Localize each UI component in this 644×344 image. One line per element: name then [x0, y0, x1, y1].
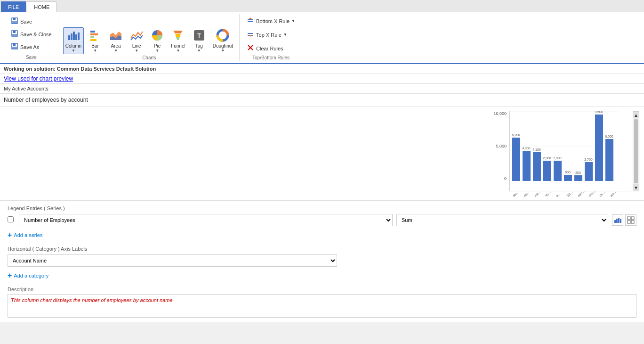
chart-type-line-button[interactable]: Line ▼ [127, 27, 146, 54]
series-column-icon[interactable] [612, 214, 623, 226]
chart-type-column-button[interactable]: Column ▼ [63, 27, 84, 54]
bar-chart-icon [89, 29, 102, 43]
status-bar: Working on solution: Common Data Service… [0, 64, 644, 74]
svg-rect-60 [631, 217, 634, 220]
save-close-icon [11, 30, 18, 39]
svg-text:9,500: 9,500 [595, 111, 603, 114]
top-x-rule-button[interactable]: Top X Rule ▼ [243, 29, 298, 41]
clear-rules-label: Clear Rules [256, 46, 283, 51]
chart-type-bar-button[interactable]: Bar ▼ [86, 27, 105, 54]
svg-text:4,300: 4,300 [522, 147, 531, 150]
chart-and-xaxis: 6,200 4,300 4,100 [509, 111, 632, 196]
description-text: This column chart displays the number of… [8, 294, 636, 318]
series-checkbox[interactable] [8, 216, 15, 224]
svg-text:6,200: 6,200 [512, 133, 520, 137]
ribbon: Save Save & Close Save As Save [0, 12, 644, 64]
save-button[interactable]: Save [8, 16, 55, 27]
add-series-plus-icon: + [8, 231, 12, 239]
save-as-label: Save As [20, 44, 39, 50]
svg-rect-10 [71, 33, 72, 40]
add-category-button[interactable]: + Add a category [8, 270, 636, 282]
bottom-x-rule-button[interactable]: Bottom X Rule ▼ [243, 15, 298, 27]
funnel-dropdown-arrow: ▼ [176, 49, 180, 53]
svg-text:900: 900 [565, 171, 571, 174]
bar-1: 6,200 [512, 133, 520, 181]
area-dropdown-arrow: ▼ [114, 49, 118, 53]
svg-text:2,700: 2,700 [584, 158, 593, 161]
chart-title-bar: Number of employees by account [0, 94, 644, 106]
bar-2: 4,300 [522, 147, 531, 181]
svg-rect-1 [13, 18, 16, 20]
series-field-dropdown[interactable]: Number of Employees [19, 214, 393, 226]
svg-text:2,900: 2,900 [543, 156, 551, 160]
content-area: Working on solution: Common Data Service… [0, 64, 644, 322]
svg-marker-22 [175, 34, 181, 37]
chart-type-pie-button[interactable]: Pie ▼ [148, 27, 167, 54]
svg-rect-57 [618, 218, 620, 223]
bottom-x-arrow: ▼ [291, 19, 295, 23]
funnel-chart-icon [171, 29, 185, 43]
add-series-button[interactable]: + Add a series [8, 229, 636, 241]
add-series-label: Add a series [14, 232, 42, 238]
working-on-label: Working on solution: Common Data Service… [4, 66, 156, 72]
svg-rect-28 [248, 21, 253, 22]
save-close-label: Save & Close [20, 32, 52, 37]
bar-4: 2,900 [543, 156, 551, 181]
svg-text:T: T [197, 33, 201, 39]
svg-rect-49 [585, 162, 593, 181]
svg-rect-45 [564, 175, 572, 181]
y-value-mid: 5,000 [496, 144, 507, 148]
scrollbar-thumb[interactable] [634, 119, 638, 183]
bar-dropdown-arrow: ▼ [93, 49, 97, 53]
series-grid-icon[interactable] [625, 214, 636, 226]
svg-rect-51 [595, 115, 603, 181]
save-as-button[interactable]: Save As [8, 41, 55, 53]
area-chart-icon [109, 29, 122, 43]
clear-rules-icon [247, 44, 254, 53]
description-section: Description This column chart displays t… [8, 287, 636, 318]
view-link-container: View used for chart preview [0, 74, 644, 84]
series-row: Number of Employees Sum [8, 214, 636, 226]
chart-title: Number of employees by account [4, 97, 88, 103]
h-axis-dropdown[interactable]: Account Name [8, 254, 337, 267]
y-value-max: 10,000 [493, 111, 507, 116]
chart-scrollbar[interactable]: ▲ ▼ [633, 111, 639, 191]
view-link[interactable]: View used for chart preview [4, 75, 73, 82]
x-axis-labels: atu... atu... me... Yo... p... Wi... oso… [509, 192, 618, 196]
chart-type-doughnut-button[interactable]: Doughnut ▼ [210, 27, 235, 54]
svg-rect-11 [73, 32, 75, 40]
scrollbar-up-button[interactable]: ▲ [633, 112, 639, 118]
h-axis-section: Horizontal ( Category ) Axis Labels Acco… [8, 246, 636, 267]
series-checkbox-input[interactable] [8, 216, 14, 222]
svg-rect-61 [628, 221, 630, 223]
tab-file[interactable]: FILE [1, 1, 26, 12]
svg-rect-56 [616, 219, 618, 223]
svg-rect-37 [523, 151, 531, 181]
y-axis-label: Sum (Numb... [486, 111, 491, 322]
save-close-button[interactable]: Save & Close [8, 28, 55, 40]
tab-home[interactable]: HOME [27, 1, 56, 12]
svg-rect-16 [90, 36, 94, 38]
clear-rules-button[interactable]: Clear Rules [243, 42, 298, 54]
chart-type-icons-group [612, 214, 636, 226]
top-x-arrow: ▼ [283, 33, 287, 37]
save-icon [11, 17, 18, 26]
chart-type-area-button[interactable]: Area ▼ [106, 27, 125, 54]
save-group-label: Save [8, 54, 55, 60]
pie-chart-icon [151, 29, 164, 43]
svg-text:6,000: 6,000 [605, 135, 613, 138]
scrollbar-down-button[interactable]: ▼ [633, 184, 639, 191]
svg-rect-4 [13, 31, 16, 33]
series-aggregation-dropdown[interactable]: Sum [396, 214, 608, 226]
doughnut-dropdown-arrow: ▼ [221, 49, 225, 53]
chart-type-tag-button[interactable]: T Tag ▼ [190, 27, 209, 54]
pie-dropdown-arrow: ▼ [155, 49, 159, 53]
column-dropdown-arrow: ▼ [72, 49, 75, 53]
bottom-x-rule-icon [247, 16, 254, 25]
bar-9: 9,500 [595, 111, 603, 181]
topbottom-group-label: Top/Bottom Rules [243, 54, 298, 60]
area-chart-label: Area [111, 43, 121, 49]
chart-type-funnel-button[interactable]: Funnel ▼ [169, 27, 188, 54]
svg-rect-9 [68, 35, 70, 40]
svg-rect-53 [605, 139, 613, 181]
